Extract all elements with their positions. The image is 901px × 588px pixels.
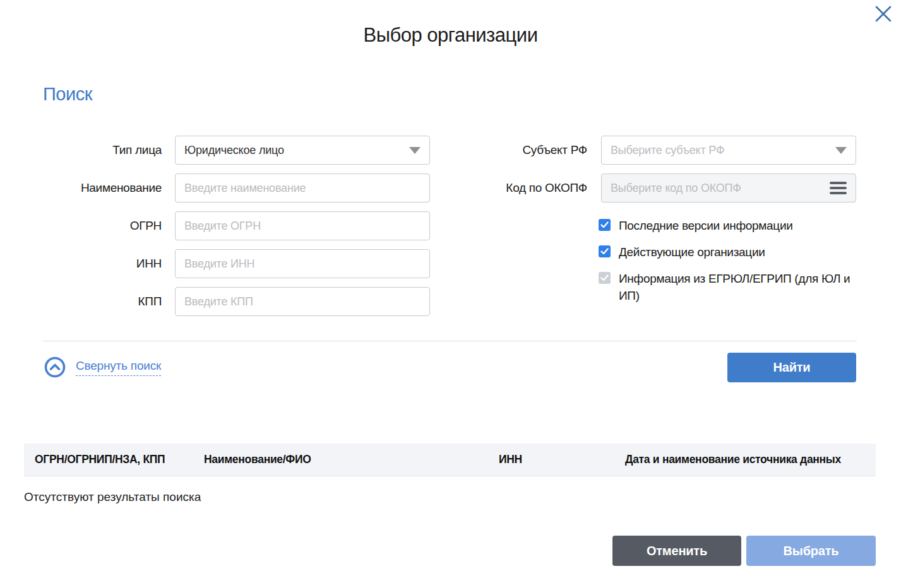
close-icon bbox=[873, 4, 893, 26]
checkbox-label: Последние версии информации bbox=[619, 217, 793, 234]
chevron-down-icon bbox=[409, 147, 421, 154]
checkbox-label: Информация из ЕГРЮЛ/ЕГРИП (для ЮЛ и ИП) bbox=[619, 270, 860, 304]
chevron-down-icon bbox=[835, 147, 847, 154]
checkbox-egrul-info: Информация из ЕГРЮЛ/ЕГРИП (для ЮЛ и ИП) bbox=[599, 270, 860, 304]
region-select-placeholder: Выберите субъект РФ bbox=[611, 144, 830, 157]
kpp-input[interactable] bbox=[184, 295, 421, 309]
region-field-label: Субъект РФ bbox=[436, 136, 587, 165]
type-select[interactable]: Юридическое лицо bbox=[175, 136, 430, 165]
column-header-source: Дата и наименование источника данных bbox=[625, 453, 876, 466]
checkbox-checked-icon bbox=[599, 245, 611, 257]
chevron-up-circle-icon bbox=[44, 356, 66, 378]
kpp-input-wrap bbox=[175, 287, 430, 316]
results-table-header: ОГРН/ОГРНИП/НЗА, КПП Наименование/ФИО ИН… bbox=[24, 444, 876, 476]
inn-input-wrap bbox=[175, 249, 430, 278]
inn-field-label: ИНН bbox=[0, 249, 162, 278]
ogrn-input[interactable] bbox=[184, 220, 421, 233]
dialog-title: Выбор организации bbox=[0, 24, 901, 47]
cancel-button[interactable]: Отменить bbox=[612, 536, 741, 566]
find-button[interactable]: Найти bbox=[727, 353, 856, 382]
column-header-name: Наименование/ФИО bbox=[204, 453, 499, 466]
region-select[interactable]: Выберите субъект РФ bbox=[601, 136, 856, 165]
collapse-search[interactable]: Свернуть поиск bbox=[44, 356, 161, 378]
okopf-picker[interactable]: Выберите код по ОКОПФ bbox=[601, 173, 856, 203]
search-heading: Поиск bbox=[43, 84, 92, 105]
select-button[interactable]: Выбрать bbox=[746, 536, 876, 566]
menu-icon bbox=[830, 182, 847, 194]
name-input-wrap bbox=[175, 173, 430, 203]
checkbox-group: Последние версии информации Действующие … bbox=[599, 217, 860, 314]
section-divider bbox=[43, 341, 857, 341]
type-select-value: Юридическое лицо bbox=[184, 144, 404, 157]
ogrn-input-wrap bbox=[175, 211, 430, 240]
collapse-search-link[interactable]: Свернуть поиск bbox=[76, 359, 161, 376]
empty-results-text: Отсутствуют результаты поиска bbox=[24, 490, 201, 504]
name-input[interactable] bbox=[184, 182, 421, 195]
column-header-ogrn: ОГРН/ОГРНИП/НЗА, КПП bbox=[35, 453, 204, 466]
checkbox-active-orgs[interactable]: Действующие организации bbox=[599, 244, 860, 261]
name-field-label: Наименование bbox=[0, 173, 162, 203]
checkbox-disabled-checked-icon bbox=[599, 272, 611, 284]
checkbox-checked-icon bbox=[599, 219, 611, 231]
type-field-label: Тип лица bbox=[0, 136, 162, 165]
kpp-field-label: КПП bbox=[0, 287, 162, 316]
inn-input[interactable] bbox=[184, 257, 421, 271]
checkbox-latest-versions[interactable]: Последние версии информации bbox=[599, 217, 860, 234]
okopf-picker-placeholder: Выберите код по ОКОПФ bbox=[611, 182, 825, 195]
checkbox-label: Действующие организации bbox=[619, 244, 765, 261]
column-header-inn: ИНН bbox=[499, 453, 625, 466]
okopf-field-label: Код по ОКОПФ bbox=[436, 173, 587, 203]
ogrn-field-label: ОГРН bbox=[0, 211, 162, 240]
